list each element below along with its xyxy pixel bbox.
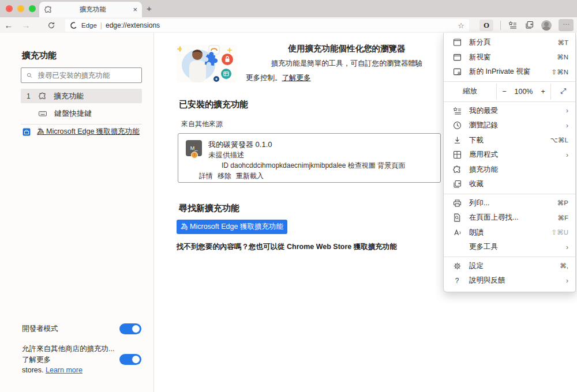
details-button[interactable]: 詳情 [199, 171, 213, 181]
menu-item-apps[interactable]: 應用程式 › [444, 148, 575, 163]
keyboard-icon [38, 109, 47, 118]
sidebar-item-label: 擴充功能 [54, 91, 84, 101]
search-engine-chip: Edge [81, 22, 97, 29]
find-on-page-icon [452, 213, 462, 223]
get-extensions-link[interactable]: 為 Microsoft Edge 獲取擴充功能 [37, 127, 140, 137]
search-icon [26, 71, 33, 80]
menu-item-new-window[interactable]: 新視窗 ⌘N [444, 50, 575, 65]
hero-more-control: 更多控制。了解更多 [246, 73, 448, 83]
installed-section-title: 已安裝的擴充功能 [179, 99, 248, 110]
menu-item-inprivate[interactable]: 新的 InPrivate 視窗 ⇧⌘N [444, 65, 575, 80]
sidebar-store-row[interactable]: 為 Microsoft Edge 獲取擴充功能 [22, 127, 140, 137]
hero-title: 使用擴充功能個性化您的瀏覽器 [246, 43, 448, 54]
new-window-icon [452, 52, 462, 62]
menu-item-history[interactable]: 瀏覽記錄 › [444, 118, 575, 133]
menu-item-find[interactable]: 在頁面上尋找... ⌘F [444, 210, 575, 225]
history-icon [452, 120, 462, 130]
extension-card: M_ ! 我的碳簧發器 0.1.0 未提供描述 ID daohcddcihmop… [178, 133, 441, 183]
profile-avatar[interactable] [541, 20, 552, 31]
titlebar: 擴充功能 × + [0, 0, 577, 17]
sidebar-bottom: 開發者模式 允許來自其他商店的擴充功... 了解更多 stores. Learn… [0, 323, 154, 376]
submenu-arrow-icon: › [566, 151, 568, 159]
apps-icon [452, 150, 462, 160]
favorite-star-icon[interactable]: ☆ [458, 21, 464, 30]
inspect-views-label: 檢查視圖 [348, 161, 376, 169]
zoom-row: 縮放 − 100% + ⤢ [444, 84, 575, 100]
browser-window: 擴充功能 × + ← → Edge | edge://extensions ☆ … [0, 0, 577, 392]
tab-title: 擴充功能 [57, 5, 129, 14]
url-text[interactable]: edge://extensions [106, 21, 454, 29]
collections-icon[interactable] [524, 20, 534, 30]
read-aloud-icon [452, 228, 462, 238]
remove-button[interactable]: 移除 [218, 171, 231, 181]
extension-name: 我的碳簧發器 0.1.0 [208, 140, 272, 150]
gear-icon [452, 261, 462, 271]
fullscreen-icon[interactable]: ⤢ [551, 84, 575, 100]
zoom-in-button[interactable]: + [541, 88, 545, 96]
menu-divider [444, 101, 575, 102]
refresh-icon[interactable] [43, 20, 60, 30]
menu-divider [444, 257, 575, 257]
spacer [452, 242, 462, 252]
extensions-icon [452, 165, 462, 174]
hero-learn-more-link[interactable]: 了解更多 [282, 74, 311, 82]
close-window-button[interactable] [6, 5, 13, 12]
settings-dropdown-menu: 新分頁 ⌘T 新視窗 ⌘N 新的 InPrivate 視窗 ⇧⌘N 縮放 − 1… [443, 33, 576, 292]
menu-item-settings[interactable]: 設定 ⌘, [444, 259, 575, 274]
sidebar-divider [21, 124, 142, 125]
menu-item-collections[interactable]: 收藏 [444, 177, 575, 192]
hero-illustration [177, 44, 238, 82]
sidebar-item-marker: 1 [27, 92, 31, 100]
menu-item-help[interactable]: ? 說明與反饋 › [444, 273, 575, 288]
warning-badge-icon: ! [191, 152, 198, 159]
menu-item-read-aloud[interactable]: 朗讀 ⇧⌘U [444, 225, 575, 240]
menu-item-print[interactable]: 列印... ⌘P [444, 196, 575, 211]
edge-logo-icon [70, 21, 78, 29]
store-icon [22, 127, 31, 137]
favorites-icon[interactable] [508, 20, 518, 30]
reload-button[interactable]: 重新載入 [236, 171, 264, 181]
dev-mode-label: 開發者模式 [22, 323, 58, 334]
help-icon: ? [452, 276, 462, 286]
menu-item-new-tab[interactable]: 新分頁 ⌘T [444, 35, 575, 50]
menu-item-favorites[interactable]: 我的最愛 › [444, 104, 575, 119]
back-icon[interactable]: ← [0, 20, 17, 30]
sidebar-title: 擴充功能 [22, 50, 57, 61]
new-tab-button[interactable]: + [147, 3, 152, 13]
sidebar-item-shortcuts[interactable]: 鍵盤快捷鍵 [21, 106, 142, 120]
zoom-value: 100% [515, 88, 533, 96]
get-extensions-button[interactable]: 為 Microsoft Edge 獲取擴充功能 [177, 220, 287, 234]
source-label: 來自其他來源 [181, 119, 223, 129]
chip-divider: | [100, 21, 102, 29]
extensions-tab-icon [44, 5, 53, 14]
browser-tab[interactable]: 擴充功能 × [39, 2, 142, 17]
other-stores-toggle[interactable] [119, 354, 141, 365]
address-bar[interactable]: Edge | edge://extensions ☆ [65, 19, 469, 32]
zoom-label: 縮放 [444, 84, 497, 100]
inprivate-icon [452, 67, 462, 77]
dev-mode-toggle[interactable] [119, 323, 141, 334]
other-stores-row: 允許來自其他商店的擴充功... 了解更多 stores. Learn more [0, 344, 154, 376]
minimize-window-button[interactable] [17, 5, 24, 12]
tab-close-icon[interactable]: × [133, 5, 137, 14]
search-box[interactable] [21, 67, 142, 83]
submenu-arrow-icon: › [566, 122, 568, 130]
extension-o-icon[interactable]: O [479, 20, 493, 31]
menu-item-extensions[interactable]: 擴充功能 [444, 163, 575, 178]
discover-section-title: 尋找新擴充功能 [179, 203, 239, 214]
zoom-out-button[interactable]: − [502, 88, 506, 96]
background-page-link[interactable]: 背景頁面 [377, 161, 405, 169]
extension-description: 未提供描述 [208, 150, 245, 160]
search-input[interactable] [38, 71, 137, 80]
menu-item-more-tools[interactable]: 更多工具 › [444, 240, 575, 255]
learn-more-link[interactable]: Learn more [46, 366, 83, 374]
submenu-arrow-icon: › [566, 277, 568, 285]
sidebar-item-extensions[interactable]: 1 擴充功能 [21, 89, 142, 103]
favorites-icon [452, 106, 462, 116]
new-tab-icon [452, 37, 462, 47]
menu-item-downloads[interactable]: 下載 ⌥⌘L [444, 133, 575, 148]
settings-menu-button[interactable]: ⋯ [559, 19, 574, 31]
forward-icon: → [17, 20, 35, 30]
maximize-window-button[interactable] [29, 5, 36, 12]
hero-subtitle: 擴充功能是簡單的工具，可自訂您的瀏覽器體驗 [246, 59, 448, 69]
